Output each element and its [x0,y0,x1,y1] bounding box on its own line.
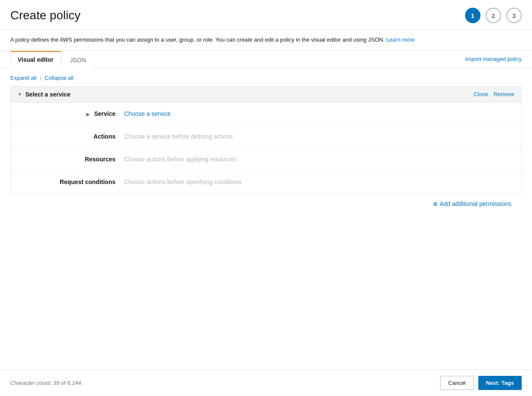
service-label: ▶ Service [21,110,124,117]
description-bar: A policy defines the AWS permissions tha… [0,30,532,51]
expand-collapse-row: Expand all | Collapse all [10,75,522,81]
page-footer: Character count: 39 of 6,144. Cancel Nex… [0,369,532,396]
collapse-arrow-icon: ▼ [18,92,22,97]
service-expand-icon: ▶ [86,112,90,117]
request-conditions-label: Request conditions [21,178,124,185]
step-3: 3 [506,8,522,23]
actions-label: Actions [21,133,124,140]
next-button[interactable]: Next: Tags [478,376,522,390]
tabs-row: Visual editor JSON Import managed policy [0,51,532,68]
policy-card: ▼ Select a service Clone Remove ▶ Servic… [10,86,522,193]
steps-container: 1 2 3 [465,8,522,23]
resources-row: Resources Choose actions before applying… [11,148,521,171]
clone-link[interactable]: Clone [474,91,489,97]
step-1: 1 [465,8,480,23]
expand-all-link[interactable]: Expand all [10,75,36,81]
choose-service-link[interactable]: Choose a service [124,110,511,117]
page-header: Create policy 1 2 3 [0,0,532,30]
request-conditions-value: Choose actions before specifying conditi… [124,178,511,185]
expand-collapse-divider: | [40,75,41,81]
step-2: 2 [486,8,501,23]
policy-card-header: ▼ Select a service Clone Remove [11,87,521,103]
learn-more-link[interactable]: Learn more [386,36,414,43]
resources-label: Resources [21,156,124,163]
cancel-button[interactable]: Cancel [440,376,474,390]
remove-link[interactable]: Remove [494,91,514,97]
import-managed-policy-link[interactable]: Import managed policy [465,56,522,62]
collapse-all-link[interactable]: Collapse all [45,75,73,81]
actions-row: Actions Choose a service before defining… [11,125,521,148]
add-permissions-icon: ⊕ [433,200,438,207]
policy-card-title: Select a service [25,91,70,98]
tabs-right: Import managed policy [465,55,522,62]
service-row: ▶ Service Choose a service [11,103,521,125]
policy-card-header-right: Clone Remove [474,91,514,97]
page-title: Create policy [10,9,80,22]
add-permissions-link[interactable]: ⊕ Add additional permissions [433,200,511,207]
tab-json[interactable]: JSON [63,52,93,68]
add-permissions-row: ⊕ Add additional permissions [10,193,522,211]
tabs-left: Visual editor JSON [10,51,95,67]
actions-value: Choose a service before defining actions [124,133,511,140]
policy-card-body: ▶ Service Choose a service Actions Choos… [11,103,521,193]
request-conditions-row: Request conditions Choose actions before… [11,171,521,193]
content-area: Expand all | Collapse all ▼ Select a ser… [0,68,532,370]
description-text: A policy defines the AWS permissions tha… [10,36,385,43]
resources-value: Choose actions before applying resources [124,156,511,163]
tab-visual-editor[interactable]: Visual editor [10,51,61,68]
character-count: Character count: 39 of 6,144. [10,380,82,386]
policy-card-header-left: ▼ Select a service [18,91,70,98]
footer-buttons: Cancel Next: Tags [440,376,522,390]
add-permissions-label: Add additional permissions [440,200,511,207]
